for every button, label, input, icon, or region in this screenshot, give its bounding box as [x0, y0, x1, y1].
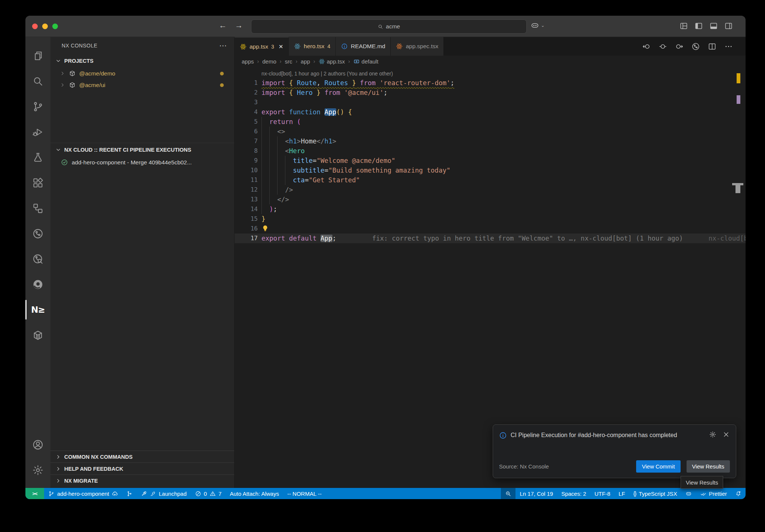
- layout-controls: [679, 22, 733, 30]
- tab-hero-tsx[interactable]: hero.tsx4: [289, 37, 336, 56]
- status-launchpad[interactable]: Launchpad: [137, 488, 191, 499]
- indent-guides: [261, 127, 277, 136]
- breadcrumb-item[interactable]: app.tsx: [319, 58, 345, 65]
- activity-item-git-graph-search[interactable]: [25, 246, 50, 272]
- code-line-content: subtitle="Build something amazing today": [261, 166, 450, 175]
- panel-right-icon[interactable]: [724, 22, 733, 30]
- status-git-branch[interactable]: add-hero-component: [44, 488, 122, 499]
- view-results-button[interactable]: View Results: [687, 460, 730, 473]
- status-git-graph-status[interactable]: [122, 488, 137, 499]
- status-formatter[interactable]: Prettier: [696, 488, 731, 499]
- line-number: 14: [235, 204, 258, 214]
- forward-arrow-icon[interactable]: →: [235, 21, 243, 30]
- collapsed-section-label: COMMON NX COMMANDS: [64, 454, 133, 460]
- activity-item-accounts[interactable]: [25, 433, 50, 456]
- breadcrumb-item[interactable]: src: [285, 58, 292, 65]
- tab-close-icon[interactable]: ✕: [279, 43, 284, 50]
- gear-icon: [32, 464, 44, 476]
- status-eol[interactable]: LF: [614, 488, 629, 499]
- notification-settings[interactable]: [709, 431, 716, 438]
- project-item[interactable]: @acme/demo: [50, 68, 234, 79]
- collapsed-section-nx-migrate[interactable]: NX MIGRATE: [50, 474, 234, 486]
- pipeline-execution-item[interactable]: add-hero-component - Merge 409b44e5cb02.…: [50, 157, 234, 168]
- collapsed-section-help-and-feedback[interactable]: HELP AND FEEDBACK: [50, 463, 234, 474]
- code-line-content: }: [261, 214, 266, 224]
- code-line-10: 10subtitle="Build something amazing toda…: [235, 166, 746, 175]
- tab-label: app.tsx: [250, 43, 268, 50]
- breadcrumb-label: default: [362, 58, 378, 65]
- copilot-menu[interactable]: ⌄: [530, 21, 545, 30]
- code-line-content: />: [261, 185, 293, 195]
- activity-item-search[interactable]: [25, 68, 50, 94]
- activity-item-source-control[interactable]: [25, 94, 50, 119]
- panel-left-icon[interactable]: [694, 22, 703, 30]
- notification-controls: [709, 431, 730, 438]
- line-number: 4: [235, 107, 258, 117]
- zoom-window-button[interactable]: [52, 24, 58, 29]
- nav-forward-icon[interactable]: [675, 42, 684, 51]
- status-notifications-bell[interactable]: [731, 488, 746, 499]
- nx-cloud-section-header[interactable]: NX CLOUD :: RECENT CI PIPELINE EXECUTION…: [50, 143, 234, 157]
- projects-section-header[interactable]: PROJECTS: [50, 54, 234, 68]
- activity-item-nx-console[interactable]: N≥: [25, 297, 50, 322]
- status-remote-indicator[interactable]: ><: [25, 488, 44, 499]
- status-vim-mode[interactable]: -- NORMAL --: [283, 488, 326, 499]
- tab-app-spec-tsx[interactable]: app.spec.tsx: [391, 37, 444, 56]
- activity-item-project-graph[interactable]: [25, 195, 50, 221]
- vscode-window: ← → acme ⌄ N≥ NX CONSOLE ⋯: [25, 16, 746, 499]
- chev-right-icon: [55, 454, 61, 460]
- status-text: LF: [619, 491, 625, 497]
- tab-app-tsx[interactable]: app.tsx3✕: [235, 37, 289, 56]
- split-editor-icon[interactable]: [708, 42, 716, 51]
- more-actions-icon[interactable]: ⋯: [219, 41, 227, 50]
- status-language-mode[interactable]: {}TypeScript JSX: [629, 488, 681, 499]
- code-line-content: );: [261, 204, 277, 214]
- panel-bottom-icon[interactable]: [709, 22, 718, 30]
- minimize-window-button[interactable]: [42, 24, 48, 29]
- status-zoom-level[interactable]: [501, 488, 515, 499]
- boxes-icon: [32, 202, 44, 214]
- activity-item-containers[interactable]: [25, 322, 50, 348]
- code-line-9: 9title="Welcome @acme/demo": [235, 156, 746, 166]
- nav-middle-icon[interactable]: [659, 42, 667, 51]
- status-indentation[interactable]: Spaces: 2: [557, 488, 591, 499]
- line-number: 13: [235, 195, 258, 204]
- notification-close[interactable]: [722, 431, 730, 438]
- line-number: 11: [235, 175, 258, 185]
- project-item[interactable]: @acme/ui: [50, 79, 234, 91]
- files-icon: [32, 50, 44, 62]
- code-line-content: <h1>Home</h1>: [261, 136, 336, 146]
- activity-item-explorer[interactable]: [25, 43, 50, 68]
- tab-readme-md[interactable]: README.md: [336, 37, 391, 56]
- breadcrumb-item[interactable]: app: [301, 58, 310, 65]
- close-window-button[interactable]: [32, 24, 38, 29]
- indent-guides: [261, 204, 269, 214]
- activity-item-testing[interactable]: [25, 145, 50, 170]
- collapsed-section-common-nx-commands[interactable]: COMMON NX COMMANDS: [50, 451, 234, 463]
- status-encoding[interactable]: UTF-8: [590, 488, 614, 499]
- activity-item-extensions[interactable]: [25, 170, 50, 195]
- line-number: 2: [235, 88, 258, 98]
- status-problems[interactable]: 07: [191, 488, 226, 499]
- lightbulb-icon[interactable]: [261, 225, 269, 232]
- back-arrow-icon[interactable]: ←: [219, 21, 227, 30]
- more-actions-icon[interactable]: [724, 42, 733, 51]
- activity-item-settings[interactable]: [25, 459, 50, 481]
- activity-item-git-graph[interactable]: [25, 221, 50, 246]
- activity-item-run-debug[interactable]: [25, 119, 50, 145]
- status-auto-attach[interactable]: Auto Attach: Always: [226, 488, 283, 499]
- breadcrumb-item[interactable]: demo: [262, 58, 276, 65]
- check-circle-icon: [61, 159, 68, 166]
- status-cursor-position[interactable]: Ln 17, Col 19: [515, 488, 557, 499]
- activity-item-edge-tools[interactable]: [25, 272, 50, 297]
- nav-back-icon[interactable]: [642, 42, 651, 51]
- breadcrumb-item[interactable]: apps: [242, 58, 254, 65]
- layout-grid-icon[interactable]: [679, 22, 688, 30]
- breadcrumb-item[interactable]: default: [353, 58, 378, 65]
- command-center-search[interactable]: acme: [251, 19, 527, 34]
- view-commit-button[interactable]: View Commit: [636, 460, 680, 473]
- code-line-11: 11cta="Get Started": [235, 175, 746, 185]
- collapsed-section-label: NX MIGRATE: [64, 478, 98, 484]
- status-copilot-status[interactable]: [681, 488, 696, 499]
- git-graph-view-icon[interactable]: [691, 42, 700, 51]
